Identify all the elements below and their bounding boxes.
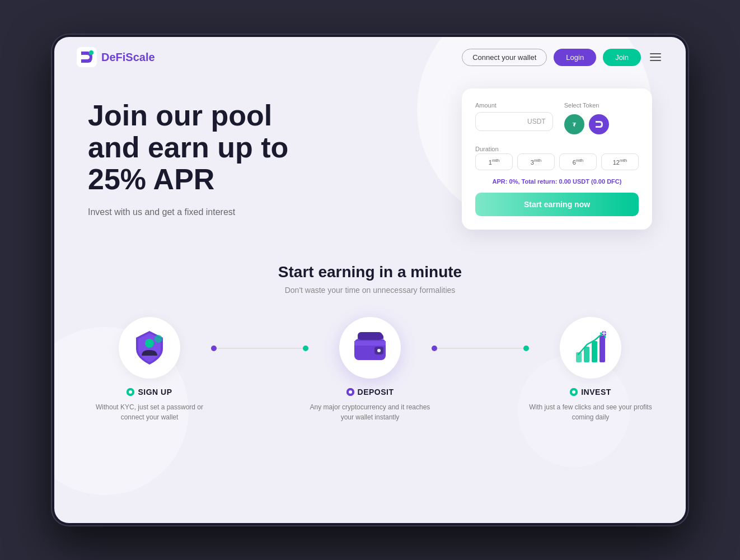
svg-point-5 bbox=[145, 339, 154, 348]
logo: DeFiScale bbox=[77, 47, 155, 67]
login-button[interactable]: Login bbox=[554, 49, 596, 66]
svg-rect-19 bbox=[600, 335, 605, 362]
select-token-label: Select Token bbox=[564, 102, 639, 109]
svg-point-6 bbox=[154, 335, 162, 343]
join-button[interactable]: Join bbox=[603, 49, 641, 66]
duration-section: Duration 1mth 3mth 6mth 12mth bbox=[475, 143, 639, 170]
step-signup: SIGN UP Without KYC, just set a password… bbox=[88, 317, 211, 422]
duration-3mth[interactable]: 3mth bbox=[517, 153, 555, 170]
step-deposit-desc: Any major cryptocurrency and it reaches … bbox=[308, 402, 432, 422]
step-invest-label: INVEST bbox=[581, 388, 611, 396]
duration-label: Duration bbox=[475, 146, 499, 152]
step-deposit-name-row: DEPOSIT bbox=[346, 388, 394, 396]
step-invest-name-row: INVEST bbox=[570, 388, 611, 396]
svg-point-15 bbox=[349, 390, 352, 394]
svg-rect-18 bbox=[592, 341, 597, 362]
logo-icon bbox=[77, 47, 97, 67]
connector-2 bbox=[432, 348, 529, 349]
duration-1mth[interactable]: 1mth bbox=[475, 153, 513, 170]
amount-input-wrap: USDT bbox=[475, 112, 553, 131]
step-deposit-dot bbox=[346, 388, 354, 396]
step-invest-icon-wrap bbox=[560, 317, 621, 379]
svg-point-22 bbox=[572, 390, 575, 394]
start-earning-button[interactable]: Start earning now bbox=[475, 193, 639, 216]
duration-6mth[interactable]: 6mth bbox=[559, 153, 597, 170]
steps-title: Start earning in a minute bbox=[88, 263, 652, 281]
step-signup-label: SIGN UP bbox=[138, 388, 172, 396]
svg-text:₮: ₮ bbox=[573, 122, 577, 128]
step-signup-dot bbox=[127, 388, 134, 396]
connector-1 bbox=[211, 348, 308, 349]
svg-point-8 bbox=[129, 390, 132, 394]
nav-actions: Connect your wallet Login Join bbox=[462, 49, 663, 66]
steps-section: Start earning in a minute Don't waste yo… bbox=[54, 246, 686, 445]
step-deposit-label: DEPOSIT bbox=[358, 388, 394, 396]
svg-point-12 bbox=[377, 349, 381, 352]
step-invest: INVEST With just a few clicks and see yo… bbox=[529, 317, 652, 422]
apr-info: APR: 0%, Total return: 0.00 USDT (0.00 D… bbox=[475, 178, 639, 185]
navbar: DeFiScale Connect your wallet Login Join bbox=[54, 37, 686, 77]
duration-12mth[interactable]: 12mth bbox=[601, 153, 639, 170]
step-invest-desc: With just a few clicks and see your prof… bbox=[529, 402, 652, 422]
logo-text: DeFiScale bbox=[101, 51, 155, 64]
step-deposit-icon-wrap bbox=[339, 317, 401, 379]
amount-group: Amount USDT bbox=[475, 102, 553, 134]
connect-wallet-button[interactable]: Connect your wallet bbox=[462, 49, 547, 66]
shield-person-icon bbox=[129, 328, 170, 368]
svg-point-1 bbox=[89, 50, 93, 55]
device-frame: DeFiScale Connect your wallet Login Join… bbox=[51, 34, 689, 526]
chart-growth-icon bbox=[570, 328, 611, 368]
hero-left: Join our pool and earn up to 25% APR Inv… bbox=[88, 88, 462, 217]
steps-subtitle: Don't waste your time on unnecessary for… bbox=[88, 286, 652, 295]
amount-input[interactable] bbox=[483, 117, 527, 126]
step-invest-dot bbox=[570, 388, 578, 396]
svg-rect-10 bbox=[354, 341, 386, 346]
pool-form-card: Amount USDT Select Token ₮ bbox=[462, 88, 652, 230]
token-dfc[interactable] bbox=[589, 114, 609, 134]
step-signup-desc: Without KYC, just set a password or conn… bbox=[88, 402, 211, 422]
step-deposit: DEPOSIT Any major cryptocurrency and it … bbox=[308, 317, 432, 422]
hero-subtitle: Invest with us and get a fixed interest bbox=[88, 207, 462, 217]
step-signup-name-row: SIGN UP bbox=[127, 388, 172, 396]
steps-grid: SIGN UP Without KYC, just set a password… bbox=[88, 317, 652, 422]
amount-label: Amount bbox=[475, 102, 553, 109]
token-usdt[interactable]: ₮ bbox=[564, 114, 584, 134]
amount-currency: USDT bbox=[527, 118, 546, 125]
wallet-icon bbox=[350, 328, 390, 368]
hamburger-menu[interactable] bbox=[648, 51, 663, 63]
step-signup-icon-wrap bbox=[119, 317, 180, 379]
device-screen: DeFiScale Connect your wallet Login Join… bbox=[54, 37, 686, 523]
form-top-row: Amount USDT Select Token ₮ bbox=[475, 102, 639, 134]
svg-rect-17 bbox=[584, 347, 589, 362]
svg-rect-13 bbox=[358, 332, 382, 340]
duration-buttons: 1mth 3mth 6mth 12mth bbox=[475, 153, 639, 170]
token-select-area: ₮ bbox=[564, 112, 639, 134]
token-select-group: Select Token ₮ bbox=[564, 102, 639, 134]
hero-section: Join our pool and earn up to 25% APR Inv… bbox=[54, 77, 686, 246]
hero-title: Join our pool and earn up to 25% APR bbox=[88, 100, 312, 196]
